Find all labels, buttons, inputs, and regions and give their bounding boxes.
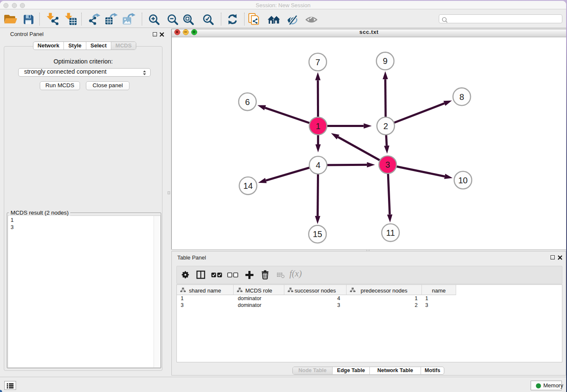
svg-text:3: 3 <box>385 160 390 169</box>
svg-text:4: 4 <box>316 160 320 170</box>
svg-text:1: 1 <box>316 121 320 131</box>
svg-text:10: 10 <box>458 176 467 185</box>
svg-text:8: 8 <box>459 92 464 102</box>
svg-text:2: 2 <box>383 121 388 131</box>
svg-text:14: 14 <box>243 181 253 190</box>
svg-text:15: 15 <box>313 229 322 239</box>
svg-text:7: 7 <box>315 58 320 67</box>
svg-text:9: 9 <box>383 56 387 66</box>
svg-text:11: 11 <box>386 228 395 237</box>
svg-text:6: 6 <box>245 97 250 107</box>
